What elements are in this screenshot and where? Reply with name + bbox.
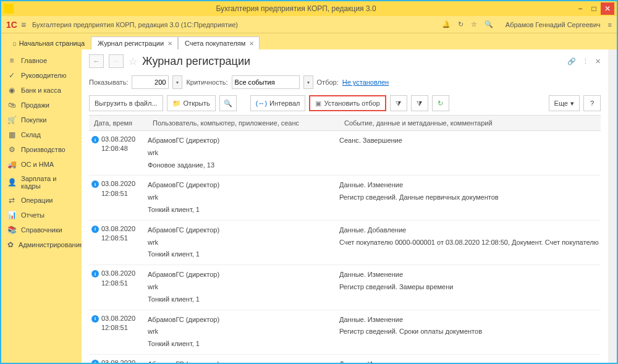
nav-forward-button[interactable]: → — [109, 54, 124, 68]
cell-event: Данные. ИзменениеРегистр сведений. Данны… — [339, 179, 601, 216]
cell-user: АбрамовГС (директор)wrkТонкий клиент, 1 — [148, 269, 339, 305]
export-button[interactable]: Выгрузить в файл... — [89, 95, 163, 111]
criticality-select[interactable] — [232, 75, 300, 89]
sidebar-icon: 📊 — [7, 211, 16, 219]
maximize-button[interactable]: □ — [587, 2, 601, 15]
refresh-button[interactable]: ↻ — [432, 95, 449, 111]
column-user[interactable]: Пользователь, компьютер, приложение, сеа… — [148, 116, 339, 130]
star-icon[interactable]: ☆ — [471, 20, 477, 28]
info-icon: i — [91, 180, 99, 188]
filter-link[interactable]: Не установлен — [342, 78, 389, 86]
cell-user: АбрамовГС (директор)wrkТонкий клиент, 1 — [148, 179, 339, 216]
sidebar-item-3[interactable]: 🛍Продажи — [1, 98, 82, 112]
chevron-down-icon: ▾ — [570, 99, 574, 108]
sidebar-item-11[interactable]: 📚Справочники — [1, 222, 82, 237]
sidebar-item-label: Зарплата и кадры — [21, 175, 75, 190]
menubar: 1C ≡ Бухгалтерия предприятия КОРП, редак… — [1, 16, 617, 33]
sidebar: ≡Главное✓Руководителю◉Банк и касса🛍Прода… — [1, 49, 82, 363]
sidebar-icon: ⇄ — [7, 196, 16, 205]
criticality-label: Критичность: — [186, 78, 227, 86]
help-button[interactable]: ? — [583, 95, 601, 111]
clear-filter-button[interactable]: ⧩ — [411, 95, 428, 111]
sidebar-item-9[interactable]: ⇄Операции — [1, 193, 82, 208]
sidebar-item-12[interactable]: ✿Администрирование — [1, 237, 82, 252]
home-tab-label: Начальная страница — [19, 40, 85, 47]
table-row[interactable]: i03.08.202012:08:51АбрамовГС (директор)w… — [89, 355, 601, 363]
app-icon — [4, 4, 14, 14]
column-date[interactable]: Дата, время — [89, 116, 148, 130]
info-icon: i — [91, 315, 99, 323]
cell-user: АбрамовГС (директор)wrkТонкий клиент, 1 — [148, 314, 339, 350]
cell-user: АбрамовГС (директор)wrkТонкий клиент, 1 — [148, 358, 339, 363]
set-filter-button[interactable]: ▣Установить отбор — [309, 95, 386, 111]
info-icon: i — [91, 226, 99, 233]
info-icon: i — [91, 360, 99, 363]
cell-date: 03.08.202012:08:51 — [101, 224, 148, 261]
sidebar-icon: ⚙ — [7, 145, 16, 154]
log-table[interactable]: Дата, время Пользователь, компьютер, при… — [89, 115, 601, 363]
close-button[interactable]: ✕ — [601, 2, 614, 15]
show-count-dropdown[interactable]: ▾ — [172, 75, 182, 89]
sidebar-item-7[interactable]: 🚚ОС и НМА — [1, 157, 82, 172]
sidebar-item-4[interactable]: 🛒Покупки — [1, 112, 82, 127]
cell-event: Сеанс. Завершение — [339, 135, 601, 171]
sidebar-item-label: Отчеты — [21, 211, 44, 219]
history-icon[interactable]: ↻ — [458, 20, 464, 28]
close-icon[interactable]: ✕ — [167, 40, 172, 47]
cell-date: 03.08.202012:08:51 — [101, 314, 148, 350]
sidebar-item-2[interactable]: ◉Банк и касса — [1, 83, 82, 98]
link-icon[interactable]: 🔗 — [567, 57, 576, 66]
sidebar-item-1[interactable]: ✓Руководителю — [1, 68, 82, 83]
show-count-input[interactable] — [132, 75, 169, 89]
window-title: Бухгалтерия предприятия КОРП, редакция 3… — [19, 4, 574, 13]
nav-back-button[interactable]: ← — [89, 54, 104, 68]
filter-by-value-button[interactable]: ⧩ — [390, 95, 407, 111]
user-dropdown-icon[interactable]: ≡ — [608, 21, 612, 28]
sidebar-icon: ✿ — [7, 240, 14, 249]
more-menu-icon[interactable]: ⋮ — [582, 57, 589, 66]
minimize-button[interactable]: − — [574, 2, 587, 15]
more-button[interactable]: Еще ▾ — [549, 95, 580, 111]
sidebar-icon: 🚚 — [7, 160, 16, 169]
table-row[interactable]: i03.08.202012:08:51АбрамовГС (директор)w… — [89, 176, 601, 220]
user-name[interactable]: Абрамов Геннадий Сергеевич — [506, 21, 601, 28]
sidebar-item-6[interactable]: ⚙Производство — [1, 142, 82, 157]
page-title: Журнал регистрации — [142, 55, 250, 68]
sidebar-item-label: Склад — [21, 131, 41, 138]
sidebar-icon: ✓ — [7, 71, 16, 80]
funnel-x-icon: ⧩ — [417, 99, 422, 108]
sidebar-item-label: Администрирование — [19, 241, 82, 248]
criticality-dropdown[interactable]: ▾ — [303, 75, 313, 89]
funnel-icon: ⧩ — [396, 99, 401, 108]
tab-journal[interactable]: Журнал регистрации ✕ — [91, 36, 178, 49]
sidebar-item-10[interactable]: 📊Отчеты — [1, 208, 82, 222]
info-icon: i — [91, 270, 99, 277]
table-row[interactable]: i03.08.202012:08:51АбрамовГС (директор)w… — [89, 265, 601, 310]
hamburger-icon[interactable]: ≡ — [21, 20, 26, 30]
interval-button[interactable]: (↔)Интервал — [250, 95, 306, 111]
cell-user: АбрамовГС (директор)wrkТонкий клиент, 1 — [148, 224, 339, 261]
sidebar-item-label: Покупки — [21, 116, 46, 124]
column-event[interactable]: Событие, данные и метаданные, комментари… — [339, 116, 601, 130]
open-button[interactable]: 📁Открыть — [167, 95, 216, 111]
close-icon[interactable]: ✕ — [249, 40, 254, 47]
table-row[interactable]: i03.08.202012:08:51АбрамовГС (директор)w… — [89, 310, 601, 355]
tab-invoices[interactable]: Счета покупателям ✕ — [178, 36, 260, 49]
favorite-star-icon[interactable]: ☆ — [129, 56, 137, 67]
info-icon: i — [91, 136, 99, 143]
search-icon[interactable]: 🔍 — [485, 20, 493, 28]
sidebar-item-8[interactable]: 👤Зарплата и кадры — [1, 172, 82, 193]
sidebar-item-5[interactable]: ▦Склад — [1, 127, 82, 142]
home-tab[interactable]: ⌂ Начальная страница — [6, 37, 91, 49]
cell-date: 03.08.202012:08:51 — [101, 179, 148, 216]
filter-label: Отбор: — [317, 78, 339, 86]
table-row[interactable]: i03.08.202012:08:48АбрамовГС (директор)w… — [89, 131, 601, 176]
scrollbar[interactable] — [608, 49, 617, 363]
sidebar-item-0[interactable]: ≡Главное — [1, 53, 82, 68]
table-row[interactable]: i03.08.202012:08:51АбрамовГС (директор)w… — [89, 221, 601, 265]
magnify-button[interactable]: 🔍 — [219, 95, 237, 111]
interval-icon: (↔) — [256, 99, 267, 107]
sidebar-icon: 🛒 — [7, 116, 16, 124]
close-page-icon[interactable]: ✕ — [595, 57, 601, 66]
bell-icon[interactable]: 🔔 — [442, 20, 451, 28]
